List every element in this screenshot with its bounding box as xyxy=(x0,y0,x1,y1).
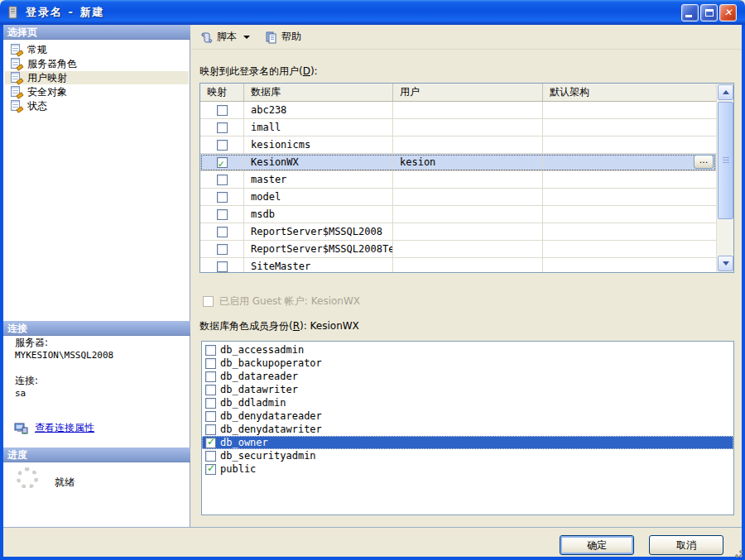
role-row[interactable]: db_ddladmin xyxy=(202,396,733,409)
default-schema-cell[interactable]: ... xyxy=(543,154,716,170)
database-cell: master xyxy=(244,171,393,188)
user-cell[interactable] xyxy=(393,171,543,188)
scrollbar-thumb[interactable] xyxy=(718,102,733,219)
role-row[interactable]: db_owner xyxy=(202,436,733,449)
user-cell[interactable] xyxy=(393,102,543,118)
role-row[interactable]: db_datawriter xyxy=(202,383,733,396)
user-mapping-row[interactable]: msdb xyxy=(200,206,716,223)
default-schema-cell[interactable] xyxy=(543,223,716,240)
sidebar-item-status[interactable]: 状态 xyxy=(5,99,189,112)
column-header-map: 映射 xyxy=(200,84,244,101)
ok-button[interactable]: 确定 xyxy=(560,535,634,555)
footer-bar: 确定 取消 xyxy=(3,527,742,557)
role-checkbox[interactable] xyxy=(205,358,216,369)
role-checkbox[interactable] xyxy=(205,464,216,475)
user-cell[interactable] xyxy=(393,206,543,223)
default-schema-cell[interactable] xyxy=(543,258,716,273)
default-schema-cell[interactable] xyxy=(543,102,716,118)
user-mapping-row[interactable]: abc238 xyxy=(200,102,716,119)
map-checkbox[interactable] xyxy=(217,140,228,151)
sidebar-item-user-mapping[interactable]: 用户映射 xyxy=(5,71,189,84)
sidebar-item-securables[interactable]: 安全对象 xyxy=(5,85,189,98)
user-mapping-table: 映射 数据库 用户 默认架构 abc238imallkesionicmsKesi… xyxy=(199,83,734,273)
user-mapping-row[interactable]: ReportServer$MSSQL2008 xyxy=(200,223,716,241)
user-cell[interactable] xyxy=(393,189,543,205)
progress-area: 就绪 xyxy=(3,463,190,527)
map-checkbox[interactable] xyxy=(217,261,228,272)
default-schema-cell[interactable] xyxy=(543,241,716,257)
guest-account-row: 已启用 Guest 帐户: KesionWX xyxy=(203,294,360,309)
user-cell[interactable] xyxy=(393,223,543,240)
default-schema-cell[interactable] xyxy=(543,171,716,188)
maximize-button[interactable] xyxy=(700,4,718,22)
database-cell: model xyxy=(244,189,393,205)
sidebar-item-general[interactable]: 常规 xyxy=(5,43,189,56)
role-name: db_owner xyxy=(220,437,268,448)
role-checkbox[interactable] xyxy=(205,345,216,356)
role-checkbox[interactable] xyxy=(205,424,216,435)
map-cell xyxy=(200,171,244,188)
user-cell[interactable] xyxy=(393,119,543,136)
help-button[interactable]: 帮助 xyxy=(261,27,305,46)
script-button[interactable]: 脚本 xyxy=(196,27,254,46)
scroll-up-button[interactable] xyxy=(718,84,733,100)
user-cell[interactable] xyxy=(393,136,543,153)
map-checkbox[interactable] xyxy=(217,105,228,116)
map-checkbox[interactable] xyxy=(217,244,228,255)
database-cell: KesionWX xyxy=(244,154,393,170)
role-row[interactable]: db_accessadmin xyxy=(202,343,733,357)
role-name: db_datawriter xyxy=(220,384,298,395)
sidebar-item-label: 安全对象 xyxy=(27,85,67,99)
role-checkbox[interactable] xyxy=(205,371,216,382)
sidebar-item-server-roles[interactable]: 服务器角色 xyxy=(5,57,189,70)
resize-grip[interactable] xyxy=(732,547,743,558)
role-row[interactable]: db_datareader xyxy=(202,370,733,383)
user-mapping-row[interactable]: ReportServer$MSSQL2008Te... xyxy=(200,241,716,258)
map-checkbox[interactable] xyxy=(217,227,228,237)
role-checkbox[interactable] xyxy=(205,385,216,395)
map-checkbox[interactable] xyxy=(217,175,228,185)
role-checkbox[interactable] xyxy=(205,411,216,422)
role-row[interactable]: db_backupoperator xyxy=(202,357,733,370)
map-checkbox[interactable] xyxy=(217,209,228,220)
user-cell[interactable] xyxy=(393,241,543,257)
role-row[interactable]: db_securityadmin xyxy=(202,449,733,462)
user-mapping-row[interactable]: kesionicms xyxy=(200,136,716,154)
default-schema-browse-button[interactable]: ... xyxy=(694,155,714,169)
default-schema-cell[interactable] xyxy=(543,189,716,205)
role-name: db_securityadmin xyxy=(220,450,316,462)
page-icon xyxy=(11,72,23,84)
role-checkbox[interactable] xyxy=(205,451,216,462)
minimize-icon xyxy=(685,15,692,17)
user-mapping-row[interactable]: master xyxy=(200,171,716,189)
database-cell: imall xyxy=(244,119,393,136)
user-mapping-row[interactable]: SiteMaster xyxy=(200,258,716,273)
user-mapping-row[interactable]: model xyxy=(200,189,716,206)
maximize-icon xyxy=(705,9,714,17)
close-button[interactable]: ✕ xyxy=(719,4,737,22)
default-schema-cell[interactable] xyxy=(543,206,716,223)
role-row[interactable]: db_denydatareader xyxy=(202,409,733,423)
user-cell[interactable]: kesion xyxy=(393,154,543,170)
default-schema-cell[interactable] xyxy=(543,119,716,136)
user-mapping-row[interactable]: imall xyxy=(200,119,716,136)
role-checkbox[interactable] xyxy=(205,438,216,448)
table-scrollbar[interactable] xyxy=(716,84,733,272)
scroll-down-button[interactable] xyxy=(718,256,733,271)
role-row[interactable]: db_denydatawriter xyxy=(202,423,733,436)
page-icon xyxy=(11,58,23,69)
default-schema-cell[interactable] xyxy=(543,136,716,153)
user-cell[interactable] xyxy=(393,258,543,273)
database-cell: ReportServer$MSSQL2008Te... xyxy=(244,241,393,257)
map-checkbox[interactable] xyxy=(217,157,228,168)
map-cell xyxy=(200,119,244,136)
view-connection-properties-link[interactable]: 查看连接属性 xyxy=(35,421,94,435)
role-checkbox[interactable] xyxy=(205,398,216,409)
minimize-button[interactable] xyxy=(681,4,699,22)
map-checkbox[interactable] xyxy=(217,122,228,133)
main-content: 脚本 帮助 映射到此登录名的用户(D): xyxy=(191,25,742,527)
role-row[interactable]: public xyxy=(202,462,733,476)
map-checkbox[interactable] xyxy=(217,192,228,203)
cancel-button[interactable]: 取消 xyxy=(649,535,723,555)
user-mapping-row[interactable]: KesionWXkesion... xyxy=(200,154,716,171)
